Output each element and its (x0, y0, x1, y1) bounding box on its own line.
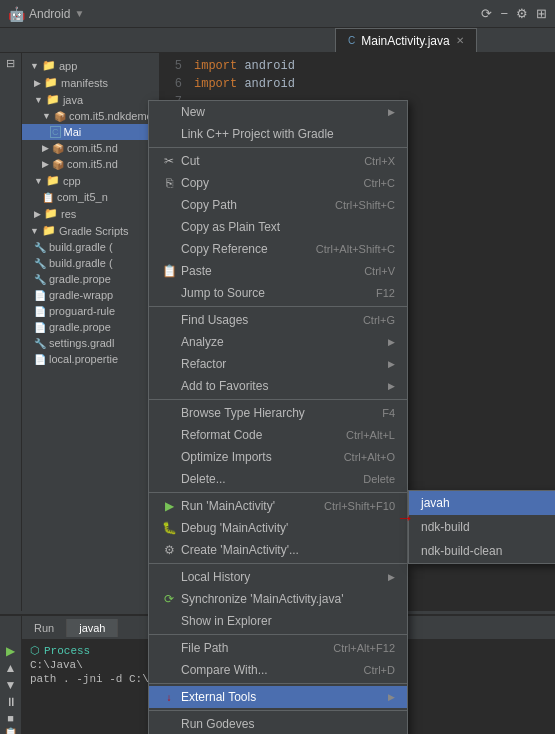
menu-item-copy-plain[interactable]: Copy as Plain Text (149, 216, 407, 238)
menu-item-cut[interactable]: ✂ Cut Ctrl+X (149, 150, 407, 172)
menu-item-optimize[interactable]: Optimize Imports Ctrl+Alt+O (149, 446, 407, 468)
tree-item-buildgradle2[interactable]: 🔧 build.gradle ( (22, 255, 159, 271)
package-icon: 📦 (52, 159, 64, 170)
package-icon: 📦 (52, 143, 64, 154)
down-button[interactable]: ▼ (5, 678, 17, 692)
tree-item-java[interactable]: ▼ 📁 java (22, 91, 159, 108)
tree-label: Gradle Scripts (59, 225, 129, 237)
separator (149, 147, 407, 148)
debug-icon: 🐛 (161, 521, 177, 535)
expand-arrow: ▶ (34, 209, 41, 219)
menu-item-create[interactable]: ⚙ Create 'MainActivity'... (149, 539, 407, 561)
menu-item-copy[interactable]: ⎘ Copy Ctrl+C (149, 172, 407, 194)
tree-item-cpp[interactable]: ▼ 📁 cpp (22, 172, 159, 189)
tree-item-gradle-scripts[interactable]: ▼ 📁 Gradle Scripts (22, 222, 159, 239)
tree-item-proguard[interactable]: 📄 proguard-rule (22, 303, 159, 319)
tree-item-gradlewrapper[interactable]: 📄 gradle-wrapp (22, 287, 159, 303)
menu-item-reformat[interactable]: Reformat Code Ctrl+Alt+L (149, 424, 407, 446)
tab-close-button[interactable]: ✕ (456, 35, 464, 46)
expand-arrow: ▼ (34, 176, 43, 186)
tree-item-settings[interactable]: 🔧 settings.gradl (22, 335, 159, 351)
menu-item-link-cpp[interactable]: Link C++ Project with Gradle (149, 123, 407, 145)
tree-label: res (61, 208, 76, 220)
main-activity-tab[interactable]: C MainActivity.java ✕ (335, 28, 477, 52)
tree-item-localprops[interactable]: 📄 local.propertie (22, 351, 159, 367)
settings-icon[interactable]: ⚙ (516, 6, 528, 21)
tab-label: MainActivity.java (361, 34, 449, 48)
android-icon: 🤖 (8, 6, 25, 22)
tree-label: com.it5.nd (67, 158, 118, 170)
menu-item-synchronize[interactable]: ⟳ Synchronize 'MainActivity.java' (149, 588, 407, 610)
sync-icon[interactable]: ⟳ (481, 6, 492, 21)
menu-item-delete[interactable]: Delete... Delete (149, 468, 407, 490)
submenu-item-javah[interactable]: javah (409, 491, 555, 515)
tree-item-cpp-file[interactable]: 📋 com_it5_n (22, 189, 159, 205)
tree-label: build.gradle ( (49, 257, 113, 269)
submenu-item-ndk-build-clean[interactable]: ndk-build-clean (409, 539, 555, 563)
menu-item-run[interactable]: ▶ Run 'MainActivity' Ctrl+Shift+F10 (149, 495, 407, 517)
code-line-6: 6 import android (160, 75, 555, 93)
up-button[interactable]: ▲ (5, 661, 17, 675)
menu-item-refactor[interactable]: Refactor (149, 353, 407, 375)
external-tools-icon: ↓ (161, 692, 177, 703)
dropdown-arrow[interactable]: ▼ (74, 8, 84, 19)
folder-icon: 📁 (46, 93, 60, 106)
cpp-icon: 📋 (42, 192, 54, 203)
menu-item-show-explorer[interactable]: Show in Explorer (149, 610, 407, 632)
tree-item-res[interactable]: ▶ 📁 res (22, 205, 159, 222)
menu-item-compare[interactable]: Compare With... Ctrl+D (149, 659, 407, 681)
menu-item-copy-path[interactable]: Copy Path Ctrl+Shift+C (149, 194, 407, 216)
tree-item-gradleprops2[interactable]: 📄 gradle.prope (22, 319, 159, 335)
menu-item-analyze[interactable]: Analyze (149, 331, 407, 353)
menu-item-local-history[interactable]: Local History (149, 566, 407, 588)
separator (149, 710, 407, 711)
java-icon: C (50, 126, 61, 138)
menu-item-run-godeves[interactable]: Run Godeves (149, 713, 407, 734)
tree-label: com.it5.nd (67, 142, 118, 154)
menu-item-debug[interactable]: 🐛 Debug 'MainActivity' (149, 517, 407, 539)
tree-item-manifests[interactable]: ▶ 📁 manifests (22, 74, 159, 91)
output-path1: C:\Java\ (30, 659, 83, 671)
tree-item-app[interactable]: ▼ 📁 app (22, 57, 159, 74)
panel-tab-javah[interactable]: javah (67, 619, 118, 637)
gradle-icon: 🔧 (34, 338, 46, 349)
tree-item-package2[interactable]: ▶ 📦 com.it5.nd (22, 140, 159, 156)
menu-item-paste[interactable]: 📋 Paste Ctrl+V (149, 260, 407, 282)
tree-item-mainactivity[interactable]: C Mai (22, 124, 159, 140)
props-icon: 📄 (34, 290, 46, 301)
context-menu: New Link C++ Project with Gradle ✂ Cut C… (148, 100, 408, 734)
tree-item-package[interactable]: ▼ 📦 com.it5.ndkdemo (22, 108, 159, 124)
java-file-icon: C (348, 35, 355, 46)
menu-item-copy-reference[interactable]: Copy Reference Ctrl+Alt+Shift+C (149, 238, 407, 260)
tree-item-package3[interactable]: ▶ 📦 com.it5.nd (22, 156, 159, 172)
collapse-icon[interactable]: ⊟ (6, 57, 15, 70)
gradle-icon: 🔧 (34, 274, 46, 285)
menu-item-external-tools[interactable]: ↓ External Tools (149, 686, 407, 708)
project-name: Android (29, 7, 70, 21)
submenu-external-tools: javah ndk-build ndk-build-clean (408, 490, 555, 564)
panel-side-spacer (0, 616, 22, 640)
tree-label: com_it5_n (57, 191, 108, 203)
clear-button[interactable]: 📋 (4, 727, 18, 734)
menu-item-browse-hierarchy[interactable]: Browse Type Hierarchy F4 (149, 402, 407, 424)
menu-item-jump-to-source[interactable]: Jump to Source F12 (149, 282, 407, 304)
stop-button[interactable]: ■ (7, 712, 14, 724)
submenu-item-ndk-build[interactable]: ndk-build (409, 515, 555, 539)
menu-item-new[interactable]: New (149, 101, 407, 123)
red-arrow-tree: → (22, 124, 24, 142)
menu-item-find-usages[interactable]: Find Usages Ctrl+G (149, 309, 407, 331)
panel-tab-run[interactable]: Run (22, 619, 67, 637)
cut-icon: ✂ (161, 154, 177, 168)
tree-item-buildgradle1[interactable]: 🔧 build.gradle ( (22, 239, 159, 255)
run-button[interactable]: ▶ (6, 644, 15, 658)
separator (149, 563, 407, 564)
menu-item-add-favorites[interactable]: Add to Favorites (149, 375, 407, 397)
sync-icon: ⟳ (161, 592, 177, 606)
expand-icon[interactable]: ⊞ (536, 6, 547, 21)
minus-icon[interactable]: − (500, 6, 508, 21)
menu-item-file-path[interactable]: File Path Ctrl+Alt+F12 (149, 637, 407, 659)
project-tree: ▼ 📁 app ▶ 📁 manifests ▼ 📁 java ▼ 📦 com.i… (22, 53, 160, 611)
tree-item-gradleprops[interactable]: 🔧 gradle.prope (22, 271, 159, 287)
pause-button[interactable]: ⏸ (5, 695, 17, 709)
tree-label: com.it5.ndkdemo (69, 110, 153, 122)
